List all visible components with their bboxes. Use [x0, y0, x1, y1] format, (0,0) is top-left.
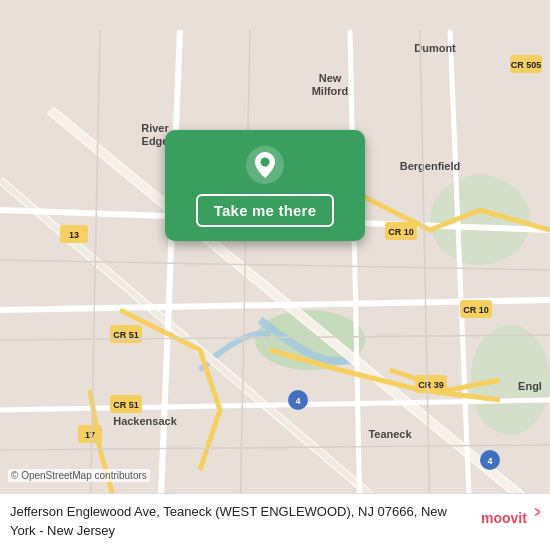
address-block: Jefferson Englewood Ave, Teaneck (WEST E… — [10, 502, 472, 540]
svg-text:CR 39: CR 39 — [418, 380, 444, 390]
svg-text:4: 4 — [295, 396, 300, 406]
svg-text:Hackensack: Hackensack — [113, 415, 177, 427]
svg-text:CR 10: CR 10 — [463, 305, 489, 315]
svg-text:Milford: Milford — [312, 85, 349, 97]
svg-text:New: New — [319, 72, 342, 84]
moovit-logo: moovit — [480, 502, 540, 532]
svg-text:Bergenfield: Bergenfield — [400, 160, 461, 172]
bottom-bar: Jefferson Englewood Ave, Teaneck (WEST E… — [0, 493, 550, 550]
map-container: 13 CR 51 CR 51 CR 10 CR 10 CR 39 4 17 4 … — [0, 0, 550, 550]
map-background: 13 CR 51 CR 51 CR 10 CR 10 CR 39 4 17 4 … — [0, 0, 550, 550]
svg-text:CR 505: CR 505 — [511, 60, 542, 70]
svg-point-40 — [261, 158, 270, 167]
location-pin-icon — [246, 146, 284, 184]
svg-text:Teaneck: Teaneck — [368, 428, 412, 440]
svg-text:CR 10: CR 10 — [388, 227, 414, 237]
svg-text:13: 13 — [69, 230, 79, 240]
svg-text:Engl: Engl — [518, 380, 542, 392]
svg-text:4: 4 — [487, 456, 492, 466]
svg-text:River: River — [141, 122, 169, 134]
take-me-there-button[interactable]: Take me there — [196, 194, 334, 227]
svg-text:17: 17 — [85, 430, 95, 440]
address-text: Jefferson Englewood Ave, Teaneck (WEST E… — [10, 504, 447, 538]
svg-text:CR 51: CR 51 — [113, 400, 139, 410]
popup-card: Take me there — [165, 130, 365, 241]
svg-text:moovit: moovit — [481, 509, 527, 525]
osm-credit: © OpenStreetMap contributors — [8, 469, 150, 482]
